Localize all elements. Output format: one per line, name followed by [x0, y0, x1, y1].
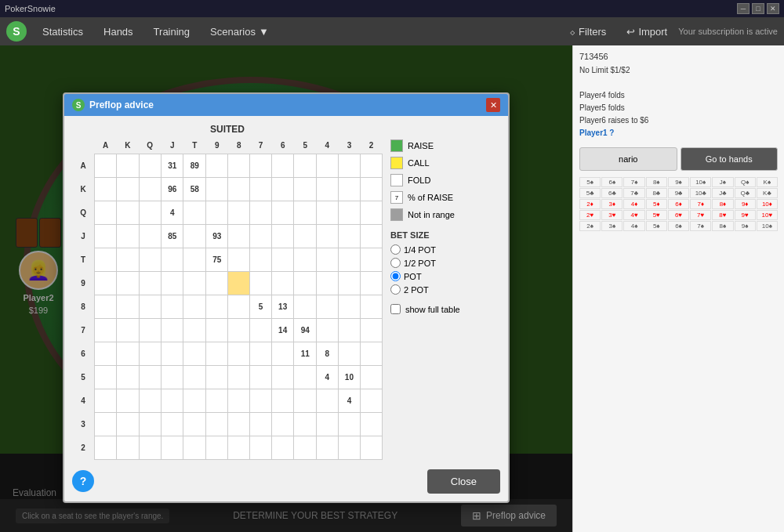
cell-66[interactable] — [271, 342, 294, 365]
menu-item-scenarios[interactable]: Scenarios ▼ — [201, 21, 278, 42]
cell-AT[interactable]: 89 — [183, 154, 206, 177]
cell-93[interactable] — [338, 271, 361, 295]
show-full-table-row[interactable]: show full table — [390, 304, 500, 314]
cell-J8[interactable] — [228, 224, 250, 248]
cell-38[interactable] — [228, 412, 250, 436]
cell-4Q[interactable] — [139, 389, 161, 412]
cell-J5[interactable] — [294, 224, 317, 248]
cell-89[interactable] — [205, 295, 228, 318]
modal-close-x-button[interactable]: ✕ — [486, 98, 500, 112]
cell-JQ[interactable] — [139, 224, 161, 248]
show-full-table-checkbox[interactable] — [390, 304, 401, 314]
cell-AQ[interactable] — [139, 154, 161, 177]
cell-9Q[interactable] — [139, 271, 161, 295]
maximize-btn[interactable]: □ — [752, 3, 764, 14]
cell-Q5[interactable] — [294, 201, 317, 224]
cell-43[interactable]: 4 — [338, 389, 361, 412]
cell-48[interactable] — [228, 389, 250, 412]
cell-JT[interactable] — [183, 224, 206, 248]
cell-68[interactable] — [228, 342, 250, 365]
cell-JJ[interactable]: 85 — [161, 224, 183, 248]
bet-size-two-pot[interactable]: 2 POT — [390, 284, 500, 295]
cell-A6[interactable] — [271, 154, 294, 177]
cell-35[interactable] — [294, 412, 317, 436]
cell-TT[interactable] — [183, 248, 206, 271]
cell-5Q[interactable] — [139, 365, 161, 389]
cell-3A[interactable] — [95, 412, 117, 436]
cell-KQ[interactable] — [139, 177, 161, 201]
cell-36[interactable] — [271, 412, 294, 436]
cell-8T[interactable] — [183, 295, 206, 318]
cell-99[interactable] — [205, 271, 228, 295]
cell-88[interactable] — [228, 295, 250, 318]
cell-65[interactable]: 11 — [294, 342, 317, 365]
cell-26[interactable] — [271, 436, 294, 459]
cell-K8[interactable] — [228, 177, 250, 201]
cell-T6[interactable] — [271, 248, 294, 271]
cell-K5[interactable] — [294, 177, 317, 201]
cell-AA[interactable] — [95, 154, 117, 177]
cell-44[interactable] — [316, 389, 338, 412]
cell-9T[interactable] — [183, 271, 206, 295]
cell-8A[interactable] — [95, 295, 117, 318]
cell-A3[interactable] — [338, 154, 361, 177]
cell-K4[interactable] — [316, 177, 338, 201]
cell-QA[interactable] — [95, 201, 117, 224]
cell-QQ[interactable] — [139, 201, 161, 224]
bet-size-quarter-pot[interactable]: 1/4 POT — [390, 244, 500, 255]
close-btn[interactable]: ✕ — [767, 3, 779, 14]
cell-8Q[interactable] — [139, 295, 161, 318]
cell-77[interactable] — [250, 318, 272, 342]
cell-92[interactable] — [361, 271, 383, 295]
cell-AK[interactable] — [117, 154, 139, 177]
cell-QK[interactable] — [117, 201, 139, 224]
cell-A8[interactable] — [228, 154, 250, 177]
cell-4K[interactable] — [117, 389, 139, 412]
cell-23[interactable] — [338, 436, 361, 459]
cell-5J[interactable] — [161, 365, 183, 389]
cell-9K[interactable] — [117, 271, 139, 295]
cell-85[interactable] — [294, 295, 317, 318]
cell-87[interactable]: 5 — [250, 295, 272, 318]
cell-J7[interactable] — [250, 224, 272, 248]
cell-K7[interactable] — [250, 177, 272, 201]
menu-item-training[interactable]: Training — [144, 21, 199, 42]
cell-25[interactable] — [294, 436, 317, 459]
cell-Q2[interactable] — [361, 201, 383, 224]
bet-size-half-pot[interactable]: 1/2 POT — [390, 258, 500, 268]
cell-KJ[interactable]: 96 — [161, 177, 183, 201]
cell-28[interactable] — [228, 436, 250, 459]
cell-T2[interactable] — [361, 248, 383, 271]
cell-62[interactable] — [361, 342, 383, 365]
cell-Q6[interactable] — [271, 201, 294, 224]
cell-63[interactable] — [338, 342, 361, 365]
cell-94[interactable] — [316, 271, 338, 295]
cell-39[interactable] — [205, 412, 228, 436]
cell-4A[interactable] — [95, 389, 117, 412]
cell-22[interactable] — [361, 436, 383, 459]
cell-24[interactable] — [316, 436, 338, 459]
cell-96[interactable] — [271, 271, 294, 295]
cell-69[interactable] — [205, 342, 228, 365]
cell-72[interactable] — [361, 318, 383, 342]
cell-8K[interactable] — [117, 295, 139, 318]
cell-74[interactable] — [316, 318, 338, 342]
cell-T9[interactable]: 75 — [205, 248, 228, 271]
cell-2J[interactable] — [161, 436, 183, 459]
cell-A5[interactable] — [294, 154, 317, 177]
cell-A7[interactable] — [250, 154, 272, 177]
cell-3Q[interactable] — [139, 412, 161, 436]
cell-7T[interactable] — [183, 318, 206, 342]
cell-JA[interactable] — [95, 224, 117, 248]
minimize-btn[interactable]: ─ — [737, 3, 750, 14]
logo-button[interactable]: S — [6, 21, 27, 42]
cell-K2[interactable] — [361, 177, 383, 201]
cell-76[interactable]: 14 — [271, 318, 294, 342]
cell-6K[interactable] — [117, 342, 139, 365]
cell-56[interactable] — [271, 365, 294, 389]
bet-size-pot[interactable]: POT — [390, 271, 500, 281]
cell-TJ[interactable] — [161, 248, 183, 271]
cell-J3[interactable] — [338, 224, 361, 248]
cell-T5[interactable] — [294, 248, 317, 271]
cell-J9[interactable]: 93 — [205, 224, 228, 248]
